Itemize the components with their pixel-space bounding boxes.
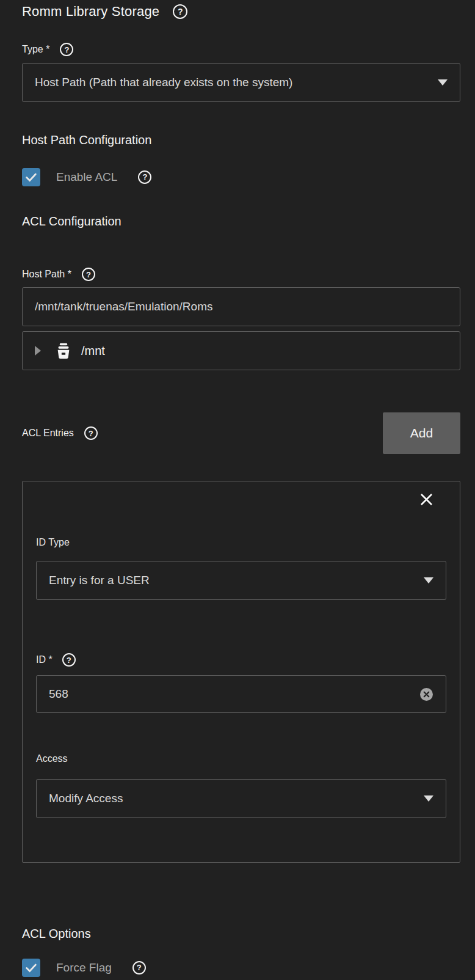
force-flag-checkbox[interactable] [22, 959, 40, 977]
acl-options-heading: ACL Options [22, 925, 460, 942]
page-header: Romm Library Storage ? [22, 2, 460, 21]
access-label: Access [36, 751, 446, 766]
remove-entry-button[interactable] [418, 489, 435, 510]
close-icon [418, 491, 435, 508]
chevron-down-icon [438, 79, 448, 86]
help-icon[interactable]: ? [62, 653, 76, 667]
chevron-down-icon [424, 795, 433, 802]
help-icon[interactable]: ? [173, 4, 187, 19]
expander-icon[interactable] [35, 346, 41, 356]
type-field-label: Type * [22, 44, 49, 55]
enable-acl-label: Enable ACL [56, 170, 117, 184]
access-select-value: Modify Access [49, 792, 123, 805]
acl-configuration-heading: ACL Configuration [22, 213, 460, 230]
help-icon[interactable]: ? [60, 43, 73, 56]
acl-entry-card: ID Type Entry is for a USER ID * ? Acces… [22, 481, 460, 863]
force-flag-label: Force Flag [56, 961, 112, 975]
acl-entries-label: ACL Entries [22, 428, 74, 439]
help-icon[interactable]: ? [138, 170, 151, 184]
checkmark-icon [24, 961, 38, 975]
enable-acl-checkbox[interactable] [22, 168, 40, 186]
host-path-input[interactable] [35, 288, 448, 326]
help-icon[interactable]: ? [84, 426, 98, 440]
host-path-label: Host Path * [22, 269, 71, 280]
add-acl-entry-button[interactable]: Add [383, 412, 460, 454]
file-tree-item-mnt[interactable]: /mnt [22, 331, 460, 370]
access-select[interactable]: Modify Access [36, 779, 446, 818]
dataset-icon [54, 342, 73, 360]
id-type-select-value: Entry is for a USER [49, 574, 150, 587]
force-flag-row: Force Flag ? [22, 958, 460, 977]
chevron-down-icon [424, 577, 433, 583]
type-field-label-row: Type * ? [22, 42, 460, 57]
entry-card-close-row [36, 489, 446, 510]
acl-entries-header: ACL Entries ? Add [22, 412, 460, 454]
type-select[interactable]: Host Path (Path that already exists on t… [22, 63, 460, 102]
clear-icon [419, 687, 433, 701]
type-select-value: Host Path (Path that already exists on t… [35, 76, 292, 89]
file-tree-item-label: /mnt [81, 344, 105, 358]
id-input-wrap [36, 675, 446, 713]
enable-acl-row: Enable ACL ? [22, 167, 460, 186]
host-path-input-wrap [22, 287, 460, 326]
host-path-label-row: Host Path * ? [22, 266, 460, 282]
clear-id-button[interactable] [419, 687, 433, 701]
id-input[interactable] [49, 676, 419, 712]
host-path-configuration-heading: Host Path Configuration [22, 131, 460, 148]
id-type-label: ID Type [36, 535, 446, 550]
id-type-select[interactable]: Entry is for a USER [36, 561, 446, 600]
id-label-row: ID * ? [36, 653, 446, 667]
acl-entries-label-group: ACL Entries ? [22, 426, 98, 440]
checkmark-icon [24, 170, 38, 184]
help-icon[interactable]: ? [132, 961, 146, 975]
id-label: ID * [36, 654, 53, 665]
help-icon[interactable]: ? [82, 268, 95, 281]
page-title: Romm Library Storage [22, 4, 159, 20]
